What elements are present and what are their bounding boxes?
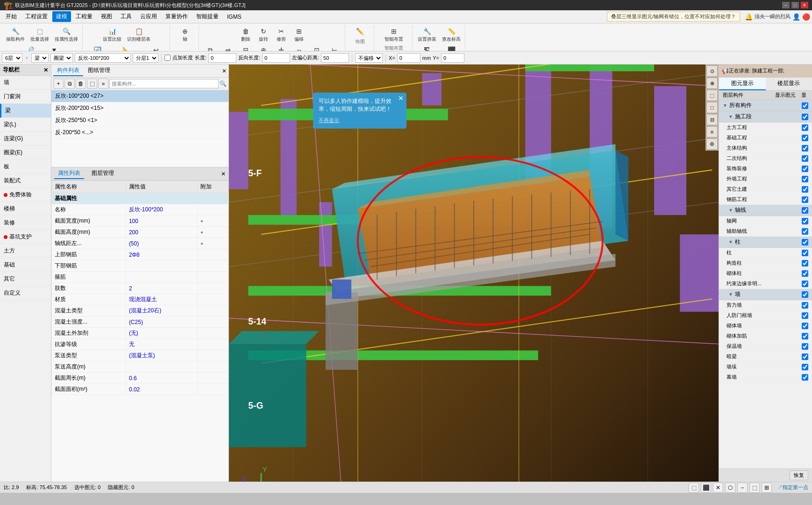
cad-identify-button[interactable]: 📐 CAD识别选项 (110, 44, 143, 51)
nav-free-trial[interactable]: 免费体验 (0, 188, 51, 202)
vp-3d-button[interactable]: ⬚ (706, 90, 718, 101)
menu-cloud[interactable]: 云应用 (136, 11, 161, 22)
view-polygon-button[interactable]: ⬡ (725, 483, 735, 493)
column-checkbox[interactable] (802, 239, 808, 245)
nav-other[interactable]: 其它 (0, 272, 51, 286)
menu-smart-quantity[interactable]: 智能提量 (192, 11, 222, 22)
section-all-components[interactable]: ▼ 所有构件 (719, 100, 812, 111)
tab-drawing-management[interactable]: 图纸管理 (84, 65, 114, 76)
attr-row-bot-rebar[interactable]: 下部钢筋 (52, 260, 228, 272)
decoration-checkbox[interactable] (802, 166, 808, 172)
close-button[interactable]: ✕ (801, 2, 808, 8)
identify-floor-button[interactable]: 📋 识别楼层表 (125, 25, 153, 44)
menu-modeling[interactable]: 建模 (52, 11, 71, 22)
structure-checkbox[interactable] (802, 145, 808, 152)
attr-row-height[interactable]: 截面高度(mm)200● (52, 227, 228, 238)
attr-row-legs[interactable]: 肢数2 (52, 283, 228, 294)
attr-row-perimeter[interactable]: 截面周长(m)0.6 (52, 373, 228, 384)
comp-item-0[interactable]: 反坎-100*200 <27> (51, 90, 228, 102)
nav-foundation-support[interactable]: 基坑支护 (0, 230, 51, 244)
split-button[interactable]: ⊢ 分割 (326, 44, 343, 51)
all-comp-checkbox[interactable] (802, 102, 808, 109)
attr-row-axis-dist[interactable]: 轴线距左...(50)● (52, 238, 228, 249)
nav-stairs[interactable]: 楼梯 (0, 202, 51, 216)
nav-beam[interactable]: 梁 (0, 104, 51, 118)
aux-axis-checkbox[interactable] (802, 228, 808, 235)
batch-select-button[interactable]: ⬚ 批量选择 (28, 25, 51, 44)
masonry-wall-checkbox[interactable] (802, 323, 808, 329)
vp-layer-button[interactable]: ≡ (706, 126, 718, 137)
menu-tools[interactable]: 工具 (117, 11, 135, 22)
comp-item-2[interactable]: 反坎-250*50 <1> (51, 115, 228, 127)
find-element-button[interactable]: 🔎 查找图元 (18, 44, 42, 51)
view-rect-button[interactable]: ⬚ (689, 483, 699, 493)
section-column[interactable]: ▼ 柱 (719, 237, 812, 248)
comp-list-close-icon[interactable]: ✕ (222, 68, 227, 74)
comp-duplicate-button[interactable]: ⬚ (87, 79, 97, 89)
attr-row-pump-height[interactable]: 泵送高度(m) (52, 361, 228, 373)
x-coord-input[interactable] (397, 53, 420, 63)
maximize-button[interactable]: □ (791, 2, 799, 8)
gen-earthwork-button[interactable]: ⬛ 生成土方 (440, 44, 463, 51)
attr-row-stirrup[interactable]: 箍筋 (52, 272, 228, 283)
attr-row-top-rebar[interactable]: 上部钢筋2Φ8 (52, 249, 228, 260)
attr-row-area[interactable]: 截面面积(m²)0.02 (52, 384, 228, 395)
comp-copy-button[interactable]: ⧉ (64, 79, 75, 89)
attr-row-conc-strength[interactable]: 混凝土强度...(C25) (52, 317, 228, 328)
view-minus-button[interactable]: − (737, 483, 748, 493)
comp-search-input[interactable] (109, 79, 219, 88)
extract-component-button[interactable]: 🔧 抽取构件 (4, 25, 27, 44)
draw-button[interactable]: ✏️ (352, 25, 369, 37)
comp-item-3[interactable]: 反-200*50 <...> (51, 127, 228, 139)
foundation-eng-checkbox[interactable] (802, 135, 808, 141)
nav-beam-l[interactable]: 梁(L) (0, 118, 51, 132)
earthwork-checkbox[interactable] (802, 124, 808, 131)
attr-row-name[interactable]: 名称反坎-100*200 (52, 204, 228, 216)
nav-link-beam[interactable]: 连梁(G) (0, 132, 51, 146)
offset-select[interactable]: 不偏移 (355, 53, 383, 63)
attr-select-button[interactable]: 🔍 按属性选择 (52, 25, 80, 44)
y-coord-input[interactable] (441, 53, 464, 63)
attr-row-material[interactable]: 材质现浇混凝土 (52, 294, 228, 305)
tab-attr-list[interactable]: 属性列表 (54, 168, 84, 179)
vp-wireframe-button[interactable]: □ (706, 102, 718, 113)
view-cross-button[interactable]: ✕ (713, 483, 723, 493)
nav-decoration[interactable]: 装修 (0, 216, 51, 230)
attr-row-pump-type[interactable]: 泵送类型(混凝土泵) (52, 350, 228, 361)
vp-settings-button[interactable]: ⚙ (706, 138, 718, 150)
nav-precast[interactable]: 装配式 (0, 174, 51, 188)
delete-button[interactable]: 🗑 删除 (237, 25, 254, 44)
align-button[interactable]: ⊟ 对齐 (237, 44, 254, 51)
constrained-edge-checkbox[interactable] (802, 281, 808, 287)
nav-ring-beam[interactable]: 圈梁(E) (0, 146, 51, 160)
tab-layer-mgmt[interactable]: 图层管理 (88, 168, 118, 179)
tab-floor-display[interactable]: 楼层显示 (766, 78, 812, 90)
no-show-link[interactable]: 不再提示 (319, 117, 401, 124)
offset-button[interactable]: ⊞ 偏移 (291, 25, 307, 44)
col-item-checkbox[interactable] (802, 250, 808, 256)
comp-add-button[interactable]: + (53, 79, 64, 89)
nav-custom[interactable]: 自定义 (0, 286, 51, 300)
section-construction-stage[interactable]: ▼ 施工段 (719, 111, 812, 123)
find-replace-button[interactable]: 🔄 查找替换 (85, 44, 109, 51)
axis-grid-checkbox[interactable] (802, 218, 808, 224)
masonry-col-checkbox[interactable] (802, 270, 808, 277)
vp-zoom-button[interactable]: ⊕ (706, 78, 718, 89)
menu-igms[interactable]: IGMS (223, 12, 245, 22)
view-frame-button[interactable]: ⬚ (749, 483, 760, 493)
rev-length-input[interactable] (262, 53, 290, 63)
attr-row-width[interactable]: 截面宽度(mm)100● (52, 216, 228, 227)
comp-more-button[interactable]: » (98, 79, 108, 89)
mirror-button[interactable]: ⇌ 镜像 (220, 44, 236, 51)
trim-button[interactable]: ✂ 修剪 (273, 25, 290, 44)
other-civil-checkbox[interactable] (802, 186, 808, 193)
view-select-button[interactable]: ⬛ (701, 483, 711, 493)
copy-button[interactable]: ⧉ 复制 (202, 44, 219, 51)
nav-close-icon[interactable]: ✕ (43, 67, 48, 73)
view-full-button[interactable]: ⊞ (762, 483, 772, 493)
civil-defense-checkbox[interactable] (802, 312, 808, 319)
layer-select[interactable]: 6层 (2, 53, 22, 63)
menu-project-settings[interactable]: 工程设置 (21, 11, 51, 22)
component-type-select[interactable]: 梁 (31, 53, 49, 63)
nav-foundation[interactable]: 基础 (0, 258, 51, 272)
